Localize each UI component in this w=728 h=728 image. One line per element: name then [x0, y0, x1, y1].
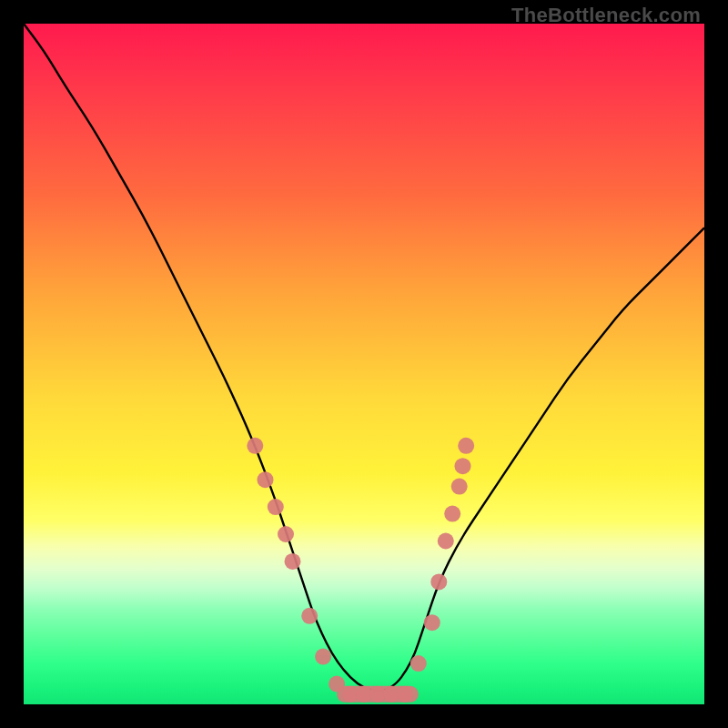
data-marker — [458, 438, 474, 454]
data-marker — [451, 479, 468, 495]
data-marker — [329, 676, 345, 693]
bottleneck-curve-path — [24, 24, 704, 691]
data-marker — [268, 499, 284, 515]
data-marker — [455, 458, 471, 474]
data-marker — [410, 655, 427, 672]
curve-layer — [24, 24, 704, 704]
data-marker — [315, 649, 331, 665]
data-marker — [301, 608, 318, 624]
marker-group — [247, 438, 474, 703]
data-marker — [258, 471, 274, 488]
data-marker — [397, 686, 413, 703]
data-marker — [285, 553, 301, 570]
chart-frame: TheBottleneck.com — [0, 0, 728, 728]
data-marker — [424, 614, 440, 631]
data-marker — [278, 526, 294, 542]
data-marker — [430, 573, 447, 590]
data-marker — [438, 533, 454, 550]
data-marker — [247, 438, 263, 454]
data-marker — [444, 506, 460, 522]
